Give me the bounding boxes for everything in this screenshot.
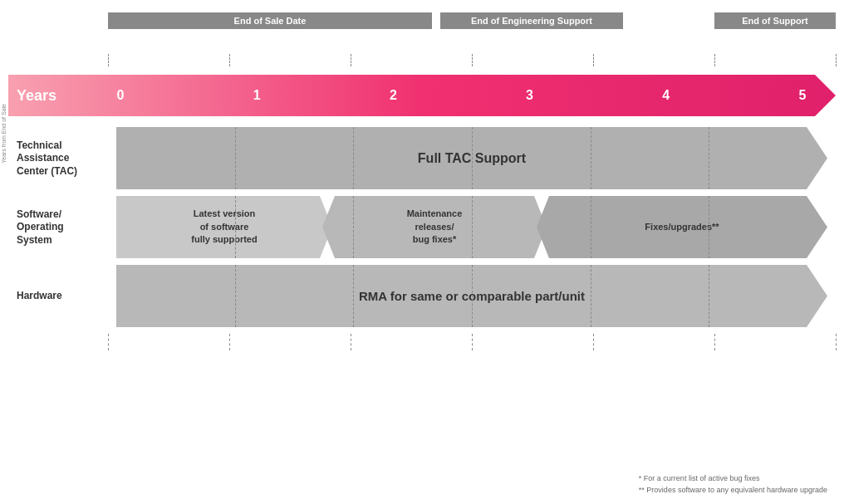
main-container: Years from End of Sale End of Sale Date … bbox=[0, 4, 844, 504]
software-seg2: Maintenance releases/ bug fixes* bbox=[322, 196, 547, 258]
software-label: Software/ Operating System bbox=[17, 208, 112, 247]
tac-row: Technical Assistance Center (TAC) Full T… bbox=[8, 127, 836, 189]
year-markers: 0 1 2 3 4 5 bbox=[108, 75, 815, 116]
tac-arrow: Full TAC Support bbox=[116, 127, 827, 189]
top-ticks bbox=[108, 54, 836, 66]
tac-label: Technical Assistance Center (TAC) bbox=[17, 139, 112, 178]
header-row: End of Sale Date End of Engineering Supp… bbox=[0, 4, 844, 54]
hardware-arrow: RMA for same or comparable part/unit bbox=[116, 265, 827, 327]
end-of-engineering-label: End of Engineering Support bbox=[440, 12, 623, 29]
software-seg3: Fixes/upgrades** bbox=[537, 196, 827, 258]
year-3: 3 bbox=[518, 88, 542, 103]
content-wrapper: Technical Assistance Center (TAC) Full T… bbox=[0, 127, 844, 350]
eos-date-label: End of Sale Date bbox=[108, 12, 432, 29]
year-4: 4 bbox=[654, 88, 679, 103]
software-seg3-text: Fixes/upgrades** bbox=[636, 221, 727, 233]
year-5: 5 bbox=[790, 88, 815, 103]
footnote-1: * For a current list of active bug fixes bbox=[639, 473, 827, 485]
year-0: 0 bbox=[108, 88, 133, 103]
software-row: Software/ Operating System Latest versio… bbox=[8, 196, 836, 258]
year-2: 2 bbox=[380, 88, 405, 103]
hardware-content: RMA for same or comparable part/unit bbox=[359, 289, 585, 303]
footnotes: * For a current list of active bug fixes… bbox=[639, 473, 827, 496]
software-seg1-text: Latest version of software fully support… bbox=[183, 208, 265, 246]
end-of-support-label: End of Support bbox=[714, 12, 836, 29]
software-seg2-text: Maintenance releases/ bug fixes* bbox=[399, 208, 471, 246]
hardware-row: Hardware RMA for same or comparable part… bbox=[8, 265, 836, 327]
timeline-row: Years 0 1 2 3 4 5 bbox=[0, 71, 844, 120]
tac-content: Full TAC Support bbox=[418, 151, 526, 166]
software-seg1: Latest version of software fully support… bbox=[116, 196, 332, 258]
years-label: Years bbox=[17, 87, 56, 105]
hardware-label: Hardware bbox=[17, 290, 112, 303]
year-1: 1 bbox=[244, 88, 269, 103]
bottom-ticks bbox=[108, 334, 836, 350]
footnote-2: ** Provides software to any equivalent h… bbox=[639, 485, 827, 497]
